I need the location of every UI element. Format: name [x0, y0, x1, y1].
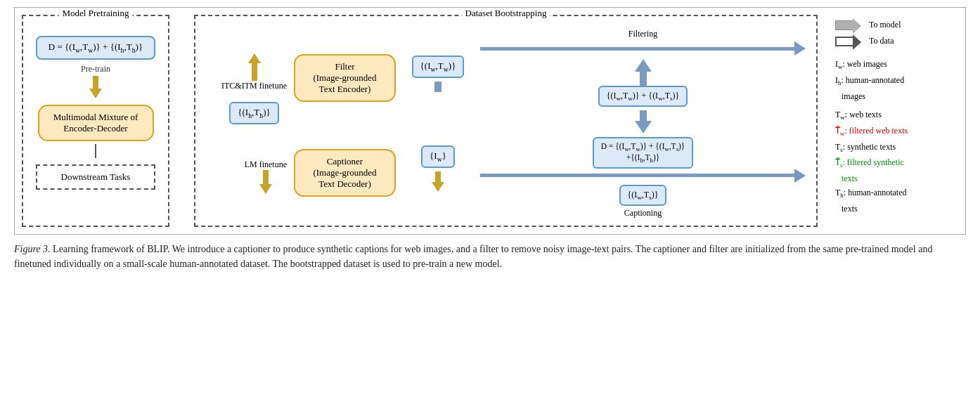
captioner-input-arrow — [432, 171, 444, 192]
diagram: Model Pretraining D = {(Iw,Tw)} + {(Ih,T… — [14, 7, 966, 235]
boxes-col: Filter(Image-groundedText Encoder) Capti… — [290, 29, 399, 219]
to-data-label: To data — [869, 34, 894, 48]
encoder-decoder-box: Multimodal Mixture ofEncoder-Decoder — [38, 105, 154, 141]
pretrain-label: Pre-train — [81, 64, 110, 74]
itc-arrow-up — [248, 53, 261, 81]
output-col: Filtering {(Iw,Tw)} + {(Iw,Ts)} — [477, 29, 806, 219]
finetune-labels-col: ITC&ITM finetune {(Ih,Th)} LM finetune — [206, 29, 290, 219]
th-legend: Th: human-annotated texts — [835, 185, 955, 216]
pretrain-arrow — [89, 76, 102, 98]
to-data-row: To data — [835, 34, 955, 48]
itc-label: ITC&ITM finetune — [221, 81, 287, 91]
lm-arrow-down — [259, 170, 272, 194]
middle-panel: Dataset Bootstrapping ITC&ITM finetune {… — [194, 15, 818, 227]
model-pretraining-title: Model Pretraining — [59, 8, 133, 19]
captioning-arrow — [480, 169, 806, 183]
filtering-label: Filtering — [628, 29, 657, 39]
blue-up-arrow — [635, 59, 652, 86]
right-output-boxes: {(Iw,Tw)} + {(Iw,Ts)} D = {(Iw,Tw)} + {(… — [593, 86, 694, 169]
downstream-label: Downstream Tasks — [61, 171, 131, 182]
itc-section: ITC&ITM finetune {(Ih,Th)} — [221, 53, 287, 124]
encoder-decoder-label: Multimodal Mixture ofEncoder-Decoder — [53, 112, 138, 133]
filter-label: Filter(Image-groundedText Encoder) — [313, 61, 376, 94]
legend-panel: To model To data Iw: web images Ih: huma… — [825, 15, 958, 227]
iw-legend: Iw: web images — [835, 57, 955, 73]
to-model-label: To model — [869, 18, 901, 32]
tw-filtered-legend: T̃w: filtered web texts — [835, 124, 955, 140]
iw-ts-box: {(Iw,Ts)} — [619, 185, 667, 206]
captioning-section: {(Iw,Ts)} Captioning — [480, 169, 806, 219]
captioner-box: Captioner(Image-groundedText Decoder) — [294, 149, 396, 197]
lm-label: LM finetune — [245, 159, 287, 170]
bootstrapped-set-box: D = {(Iw,Tw)} + {(Iw,Ts)}+{(Ih,Th)} — [593, 137, 694, 169]
blue-arrow-up-filter — [434, 82, 441, 92]
captioner-label: Captioner(Image-groundedText Decoder) — [313, 156, 376, 189]
caption-italic: Figure 3. — [14, 244, 51, 254]
ts-legend: Ts: synthetic texts — [835, 140, 955, 156]
legend-text: Iw: web images Ih: human-annotated image… — [835, 57, 955, 216]
figure-caption: Figure 3. Learning framework of BLIP. We… — [14, 242, 966, 271]
filter-box: Filter(Image-groundedText Encoder) — [294, 54, 396, 102]
to-model-row: To model — [835, 18, 955, 32]
left-to-middle-connector — [180, 71, 194, 227]
iw-box: {Iw} — [421, 145, 455, 168]
lm-section: LM finetune — [245, 159, 287, 194]
left-panel: Model Pretraining D = {(Iw,Tw)} + {(Ih,T… — [22, 15, 169, 227]
filtering-section: Filtering — [480, 29, 806, 86]
dataset-bootstrapping-title: Dataset Bootstrapping — [462, 8, 550, 19]
dataset-formula-box: D = {(Iw,Tw)} + {(Ih,Th)} — [36, 36, 155, 60]
filter-input-section: {(Iw,Tw)} — [412, 56, 465, 92]
center-col: {(Iw,Tw)} {Iw} — [399, 29, 477, 219]
vertical-connector — [95, 144, 96, 158]
to-model-arrow-icon — [835, 20, 855, 30]
iw-tw-box: {(Iw,Tw)} — [412, 56, 465, 78]
dataset-formula: D = {(Iw,Tw)} + {(Ih,Th)} — [49, 41, 143, 52]
filtering-arrow — [480, 41, 806, 56]
ih-th-box: {(Ih,Th)} — [229, 102, 278, 124]
ts-filtered-legend: T̃s: filtered synthetic texts — [835, 155, 955, 185]
caption-body: Learning framework of BLIP. We introduce… — [14, 244, 932, 269]
filtered-set-box: {(Iw,Tw)} + {(Iw,Ts)} — [598, 86, 688, 107]
tw-legend: Tw: web texts — [835, 107, 955, 124]
ih-legend: Ih: human-annotated images — [835, 73, 955, 103]
captioning-label: Captioning — [624, 208, 662, 219]
down-arrow-to-bootstrapped — [635, 110, 652, 133]
captioner-input-section: {Iw} — [421, 145, 455, 192]
pretrain-arrow-group: Pre-train — [81, 63, 110, 98]
to-data-arrow-icon — [835, 37, 855, 46]
downstream-tasks-box: Downstream Tasks — [36, 164, 155, 190]
